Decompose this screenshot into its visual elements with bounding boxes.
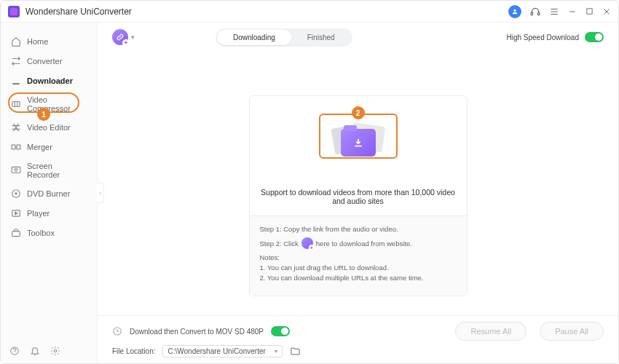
sidebar-item-home[interactable]: Home: [1, 32, 97, 51]
sidebar-item-player[interactable]: Player: [1, 204, 97, 223]
drop-zone[interactable]: 2: [250, 96, 467, 183]
sidebar-item-label: Video Editor: [27, 123, 71, 132]
compressor-icon: [11, 99, 21, 109]
svg-rect-14: [12, 167, 20, 173]
step-1: Step 1: Copy the link from the audio or …: [260, 225, 457, 233]
file-location-value: C:\Wondershare UniConverter: [167, 347, 265, 355]
chevron-down-icon: ▾: [131, 33, 135, 41]
sidebar-item-label: Video Compressor: [27, 95, 87, 113]
sidebar-item-label: Screen Recorder: [27, 162, 87, 179]
bell-icon[interactable]: [30, 346, 40, 356]
footer: Download then Convert to MOV SD 480P Res…: [98, 315, 618, 363]
sidebar-item-dvd[interactable]: DVD Burner: [1, 184, 97, 203]
file-location-select[interactable]: C:\Wondershare UniConverter ▾: [162, 345, 282, 357]
svg-point-21: [54, 349, 57, 352]
sidebar-item-downloader[interactable]: Downloader: [1, 71, 97, 90]
convert-label: Download then Convert to MOV SD 480P: [130, 328, 264, 336]
notes-title: Notes:: [260, 253, 457, 261]
history-icon[interactable]: [112, 326, 122, 336]
svg-rect-11: [12, 145, 15, 149]
downloader-icon: [11, 76, 21, 86]
sidebar-item-compressor[interactable]: Video Compressor: [1, 91, 97, 117]
instructions: Step 1: Copy the link from the audio or …: [250, 216, 467, 296]
step-2: Step 2: Click here to download from webs…: [260, 237, 457, 249]
paste-link-icon: [301, 237, 313, 249]
sidebar-item-converter[interactable]: Converter: [1, 52, 97, 71]
support-text: Support to download videos from more tha…: [250, 183, 467, 216]
resume-all-button[interactable]: Resume All: [455, 322, 527, 341]
user-avatar[interactable]: [508, 5, 521, 18]
open-folder-icon[interactable]: [290, 346, 301, 357]
merger-icon: [11, 142, 21, 152]
tab-downloading[interactable]: Downloading: [217, 30, 291, 45]
svg-point-16: [12, 190, 20, 198]
minimize-icon[interactable]: [568, 7, 577, 16]
topbar: ▾ Downloading Finished High Speed Downlo…: [98, 23, 618, 52]
svg-point-17: [15, 193, 17, 194]
svg-point-15: [15, 169, 17, 172]
tab-finished[interactable]: Finished: [291, 30, 351, 45]
converter-icon: [11, 56, 21, 66]
sidebar-item-label: Downloader: [27, 76, 73, 85]
svg-rect-10: [12, 102, 20, 107]
svg-point-0: [513, 9, 516, 11]
sidebar-item-label: Converter: [27, 57, 62, 66]
player-icon: [11, 208, 21, 218]
convert-toggle[interactable]: [271, 326, 290, 336]
tab-group: Downloading Finished: [216, 28, 352, 47]
note-1: 1. You can just drag the URL to download…: [260, 264, 457, 272]
menu-icon[interactable]: [549, 7, 559, 17]
close-icon[interactable]: [602, 7, 611, 16]
app-logo: [8, 6, 20, 17]
help-icon[interactable]: [9, 346, 20, 356]
dvd-icon: [11, 189, 21, 199]
sidebar-item-label: Player: [27, 209, 50, 218]
editor-icon: [11, 122, 21, 132]
high-speed-label: High Speed Download: [506, 33, 579, 41]
headset-icon[interactable]: [530, 7, 540, 17]
toolbox-icon: [11, 228, 21, 238]
sidebar-item-recorder[interactable]: Screen Recorder: [1, 157, 97, 183]
paste-url-button[interactable]: ▾: [112, 29, 135, 45]
sidebar-item-merger[interactable]: Merger: [1, 138, 97, 157]
sidebar: Home Converter Downloader Video Compress…: [1, 23, 98, 363]
app-title: Wondershare UniConverter: [25, 7, 508, 17]
sidebar-item-label: Merger: [27, 143, 52, 151]
sidebar-item-label: Toolbox: [27, 229, 55, 237]
svg-rect-1: [531, 12, 532, 15]
pause-all-button[interactable]: Pause All: [540, 322, 604, 341]
sidebar-item-label: Home: [27, 37, 48, 46]
svg-rect-19: [12, 232, 20, 237]
sidebar-item-editor[interactable]: Video Editor: [1, 118, 97, 137]
file-location-label: File Location:: [112, 347, 155, 355]
note-2: 2. You can download multiple URLs at the…: [260, 274, 457, 282]
svg-rect-12: [17, 145, 20, 149]
chevron-down-icon: ▾: [275, 348, 277, 355]
maximize-icon[interactable]: [586, 7, 594, 15]
sidebar-collapse-handle[interactable]: ‹: [97, 183, 104, 203]
settings-icon[interactable]: [50, 346, 60, 356]
high-speed-toggle[interactable]: [585, 32, 604, 42]
sidebar-item-label: DVD Burner: [27, 189, 70, 198]
sidebar-item-toolbox[interactable]: Toolbox: [1, 223, 97, 242]
folder-illustration: [333, 122, 384, 158]
download-panel: 2 Support to download videos from more t…: [249, 95, 468, 296]
svg-rect-2: [538, 12, 540, 15]
recorder-icon: [11, 165, 21, 175]
paste-link-icon: [112, 29, 128, 45]
titlebar: Wondershare UniConverter: [1, 1, 618, 23]
home-icon: [11, 36, 21, 47]
svg-rect-7: [587, 9, 592, 14]
